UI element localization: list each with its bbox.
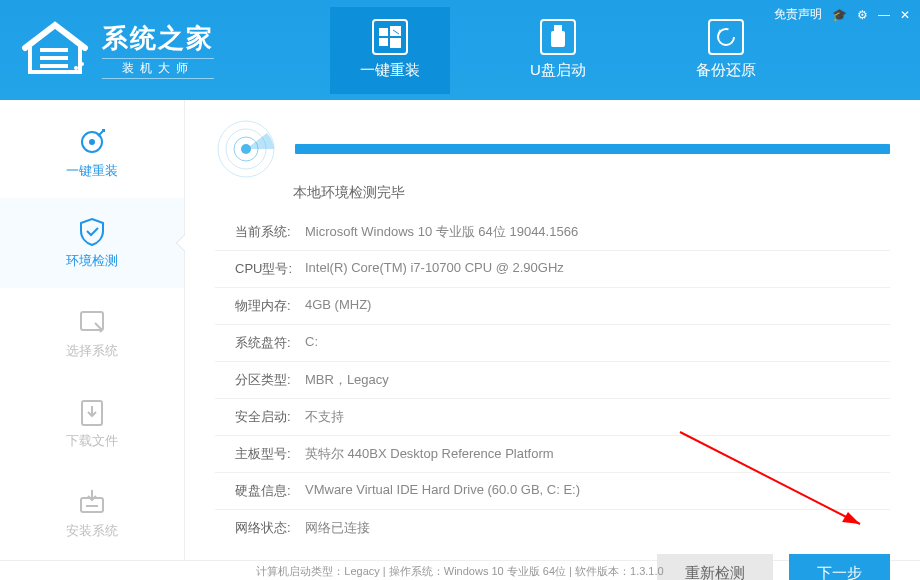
download-icon <box>76 396 108 428</box>
svg-rect-2 <box>40 64 68 68</box>
detect-status: 本地环境检测完毕 <box>293 184 890 202</box>
sidebar-item-install[interactable]: 安装系统 <box>0 468 184 558</box>
sidebar-label: 一键重装 <box>66 162 118 180</box>
sidebar-item-env-check[interactable]: 环境检测 <box>0 198 184 288</box>
svg-rect-8 <box>390 38 401 48</box>
sidebar: 一键重装 环境检测 选择系统 下载文件 安装系统 <box>0 100 185 560</box>
logo-area: 系统之家 装机大师 <box>0 20 300 80</box>
sidebar-item-reinstall[interactable]: 一键重装 <box>0 108 184 198</box>
svg-point-4 <box>80 62 84 66</box>
svg-rect-5 <box>379 28 388 36</box>
info-row-disk: 硬盘信息:VMware Virtual IDE Hard Drive (60.0… <box>215 473 890 510</box>
svg-rect-1 <box>40 56 68 60</box>
tab-label: 一键重装 <box>360 61 420 80</box>
tab-usb-boot[interactable]: U盘启动 <box>500 7 616 94</box>
minimize-button[interactable]: — <box>878 8 890 22</box>
restore-icon <box>708 19 744 55</box>
tab-label: U盘启动 <box>530 61 586 80</box>
tab-backup-restore[interactable]: 备份还原 <box>666 7 786 94</box>
svg-rect-6 <box>390 26 401 36</box>
tab-reinstall[interactable]: 一键重装 <box>330 7 450 94</box>
logo-subtitle: 装机大师 <box>102 58 214 79</box>
next-button[interactable]: 下一步 <box>789 554 890 580</box>
tab-label: 备份还原 <box>696 61 756 80</box>
info-row-drive: 系统盘符:C: <box>215 325 890 362</box>
radar-icon <box>215 118 277 180</box>
info-row-os: 当前系统:Microsoft Windows 10 专业版 64位 19044.… <box>215 214 890 251</box>
system-info-table: 当前系统:Microsoft Windows 10 专业版 64位 19044.… <box>215 214 890 546</box>
logo-title: 系统之家 <box>102 21 214 56</box>
home-logo-icon <box>20 20 90 80</box>
windows-icon <box>372 19 408 55</box>
svg-rect-0 <box>40 48 68 52</box>
settings-icon[interactable]: ⚙ <box>857 8 868 22</box>
svg-rect-9 <box>554 25 562 31</box>
svg-point-13 <box>89 139 95 145</box>
target-icon <box>76 126 108 158</box>
disclaimer-link[interactable]: 免责声明 <box>774 6 822 23</box>
progress-bar <box>295 144 890 154</box>
info-row-network: 网络状态:网络已连接 <box>215 510 890 546</box>
redetect-button[interactable]: 重新检测 <box>657 554 773 580</box>
info-row-secureboot: 安全启动:不支持 <box>215 399 890 436</box>
info-row-motherboard: 主板型号:英特尔 440BX Desktop Reference Platfor… <box>215 436 890 473</box>
main-panel: 本地环境检测完毕 当前系统:Microsoft Windows 10 专业版 6… <box>185 100 920 560</box>
install-icon <box>76 486 108 518</box>
info-row-memory: 物理内存:4GB (MHZ) <box>215 288 890 325</box>
select-icon <box>76 306 108 338</box>
info-row-cpu: CPU型号:Intel(R) Core(TM) i7-10700 CPU @ 2… <box>215 251 890 288</box>
usb-icon <box>540 19 576 55</box>
graduation-icon[interactable]: 🎓 <box>832 8 847 22</box>
sidebar-item-select-system[interactable]: 选择系统 <box>0 288 184 378</box>
sidebar-label: 环境检测 <box>66 252 118 270</box>
window-controls: 免责声明 🎓 ⚙ — ✕ <box>774 6 910 23</box>
sidebar-label: 选择系统 <box>66 342 118 360</box>
sidebar-label: 下载文件 <box>66 432 118 450</box>
header: 系统之家 装机大师 一键重装 U盘启动 备份还原 免责声明 🎓 ⚙ — ✕ <box>0 0 920 100</box>
svg-rect-7 <box>379 38 388 46</box>
sidebar-label: 安装系统 <box>66 522 118 540</box>
shield-check-icon <box>76 216 108 248</box>
content: 一键重装 环境检测 选择系统 下载文件 安装系统 <box>0 100 920 560</box>
info-row-partition: 分区类型:MBR，Legacy <box>215 362 890 399</box>
close-button[interactable]: ✕ <box>900 8 910 22</box>
svg-point-3 <box>74 66 78 70</box>
progress-row <box>215 118 890 180</box>
sidebar-item-download[interactable]: 下载文件 <box>0 378 184 468</box>
main-tabs: 一键重装 U盘启动 备份还原 <box>330 7 786 94</box>
svg-rect-10 <box>551 31 565 47</box>
